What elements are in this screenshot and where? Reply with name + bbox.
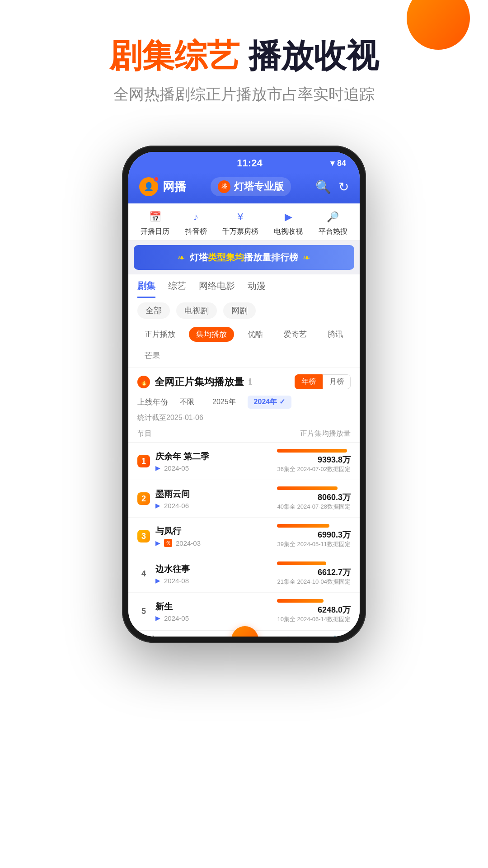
item-bar-3 (277, 524, 329, 528)
list-item[interactable]: 3 与凤行 ▶ 优 2024-03 6990.3万 (128, 518, 360, 555)
year-unlimited[interactable]: 不限 (174, 396, 201, 409)
nav-tab-calendar-label: 开播日历 (141, 227, 169, 236)
nav-tab-boxoffice[interactable]: ¥ 千万票房榜 (222, 209, 258, 236)
item-detail-3: 39集全 2024-05-11数据固定 (277, 540, 351, 548)
hero-subtitle: 全网热播剧综正片播放市占率实时追踪 (27, 84, 461, 105)
section-title: 🔥 全网正片集均播放量 ℹ (137, 375, 252, 389)
year-filter-label: 上线年份 (137, 397, 168, 407)
item-value-5: 6248.0万 (277, 604, 351, 615)
platform-search-icon: 🔎 (325, 209, 341, 225)
refresh-icon[interactable]: ↻ (338, 179, 349, 194)
bottom-nav-center[interactable]: A (231, 635, 258, 637)
header-nav-label: 网播 (163, 179, 186, 195)
header-brand[interactable]: 塔 灯塔专业版 (211, 177, 291, 196)
table-col-program: 节目 (137, 429, 152, 439)
bottom-nav-broadcast[interactable]: ▶ 网播/收视 (180, 635, 207, 637)
nav-tab-search-label: 平台热搜 (319, 227, 347, 236)
item-value-4: 6612.7万 (277, 567, 351, 578)
filter-row: 全部 电视剧 网剧 (128, 298, 360, 323)
battery-value: 84 (337, 159, 346, 168)
tab-drama[interactable]: 剧集 (137, 280, 155, 298)
nav-tab-douyin[interactable]: ♪ 抖音榜 (185, 209, 207, 236)
item-data-1: 9393.8万 36集全 2024-07-02数据固定 (277, 449, 351, 473)
item-data-3: 6990.3万 39集全 2024-05-11数据固定 (277, 524, 351, 548)
tab-anime[interactable]: 动漫 (248, 280, 266, 298)
item-info-4: 边水往事 ▶ 2024-08 (155, 563, 272, 585)
item-name-3: 与凤行 (155, 525, 272, 537)
phone-wrapper: 11:24 ▾ 84 👤 网播 塔 灯塔专业版 (0, 146, 488, 661)
banner-right-leaf: ❧ (303, 252, 310, 263)
list-section: 1 庆余年 第二季 ▶ 2024-05 9393.8万 36集全 202 (128, 443, 360, 630)
item-bar-wrap-1 (277, 449, 351, 453)
filter-tv-drama[interactable]: 电视剧 (176, 302, 217, 319)
item-info-3: 与凤行 ▶ 优 2024-03 (155, 525, 272, 547)
list-item[interactable]: 2 墨雨云间 ▶ 2024-06 8060.3万 40集全 2024-0 (128, 480, 360, 518)
filter-web-drama[interactable]: 网剧 (223, 302, 256, 319)
list-item[interactable]: 5 新生 ▶ 2024-05 6248.0万 10集全 2024-06- (128, 593, 360, 630)
sub-youku[interactable]: 优酷 (240, 327, 270, 342)
item-detail-1: 36集全 2024-07-02数据固定 (277, 465, 351, 473)
item-bar-wrap-3 (277, 524, 351, 528)
hero-title-dark: 播放收视 (249, 38, 379, 74)
item-meta-3: ▶ 优 2024-03 (155, 539, 272, 547)
nav-tab-tv[interactable]: ▶ 电视收视 (274, 209, 303, 236)
item-detail-2: 40集全 2024-07-28数据固定 (277, 503, 351, 511)
nav-tab-boxoffice-label: 千万票房榜 (222, 227, 258, 236)
search-icon[interactable]: 🔍 (315, 179, 331, 194)
notification-dot (154, 176, 159, 182)
banner-left-leaf: ❧ (178, 252, 185, 263)
filter-all[interactable]: 全部 (137, 302, 170, 319)
year-2024[interactable]: 2024年 ✓ (248, 396, 291, 409)
bottom-nav-movie[interactable]: 🎬 电影 (141, 635, 155, 637)
nav-tab-search[interactable]: 🔎 平台热搜 (319, 209, 347, 236)
list-item[interactable]: 1 庆余年 第二季 ▶ 2024-05 9393.8万 36集全 202 (128, 443, 360, 480)
table-col-playcount: 正片集均播放量 (300, 429, 351, 439)
toggle-monthly[interactable]: 月榜 (323, 374, 351, 389)
item-name-2: 墨雨云间 (155, 488, 272, 500)
avatar[interactable]: 👤 (139, 177, 158, 196)
item-data-4: 6612.7万 21集全 2024-10-04数据固定 (277, 561, 351, 586)
section-icon: 🔥 (137, 376, 150, 388)
item-bar-wrap-4 (277, 561, 351, 565)
sub-iqiyi[interactable]: 爱奇艺 (277, 327, 314, 342)
rank-badge-5: 5 (137, 605, 150, 618)
douyin-icon: ♪ (188, 209, 204, 225)
bottom-nav-show[interactable]: 🎭 演出 (283, 635, 297, 637)
item-bar-wrap-2 (277, 486, 351, 490)
show-icon: 🎭 (283, 635, 297, 637)
item-year-3: 2024-03 (176, 539, 201, 547)
rank-badge-2: 2 (137, 492, 150, 505)
header-left: 👤 网播 (139, 177, 186, 196)
ranking-banner[interactable]: ❧ 灯塔类型集均播放量排行榜 ❧ (134, 245, 354, 270)
item-data-5: 6248.0万 10集全 2024-06-14数据固定 (277, 599, 351, 623)
year-2025[interactable]: 2025年 (206, 396, 242, 409)
sub-mango[interactable]: 芒果 (137, 348, 167, 363)
sub-original-play[interactable]: 正片播放 (137, 327, 183, 342)
toggle-yearly[interactable]: 年榜 (295, 374, 323, 389)
list-item[interactable]: 4 边水往事 ▶ 2024-08 6612.7万 21集全 2024-1 (128, 555, 360, 593)
item-name-4: 边水往事 (155, 563, 272, 575)
info-icon[interactable]: ℹ (249, 377, 252, 387)
play-icon-5: ▶ (155, 614, 160, 622)
item-data-2: 8060.3万 40集全 2024-07-28数据固定 (277, 486, 351, 511)
sub-episode-avg[interactable]: 集均播放 (189, 327, 234, 342)
item-meta-5: ▶ 2024-05 (155, 614, 272, 622)
banner-highlight: 类型集均 (208, 252, 244, 262)
item-bar-5 (277, 599, 323, 603)
bottom-nav-news[interactable]: 📋 行业资讯 (322, 635, 347, 637)
item-name-1: 庆余年 第二季 (155, 451, 272, 462)
rank-badge-3: 3 (137, 530, 150, 542)
brand-label: 灯塔专业版 (234, 180, 284, 193)
app-header: 👤 网播 塔 灯塔专业版 🔍 ↻ (128, 173, 360, 203)
hero-title: 剧集综艺 播放收视 (27, 36, 461, 75)
sub-tencent[interactable]: 腾讯 (320, 327, 350, 342)
item-year-4: 2024-08 (164, 577, 189, 585)
nav-tab-calendar[interactable]: 📅 开播日历 (141, 209, 169, 236)
item-info-1: 庆余年 第二季 ▶ 2024-05 (155, 451, 272, 472)
item-value-3: 6990.3万 (277, 529, 351, 540)
item-bar-1 (277, 449, 347, 453)
tab-web-movie[interactable]: 网络电影 (199, 280, 235, 298)
tab-variety[interactable]: 综艺 (168, 280, 186, 298)
item-value-1: 9393.8万 (277, 454, 351, 465)
play-icon-4: ▶ (155, 577, 160, 584)
